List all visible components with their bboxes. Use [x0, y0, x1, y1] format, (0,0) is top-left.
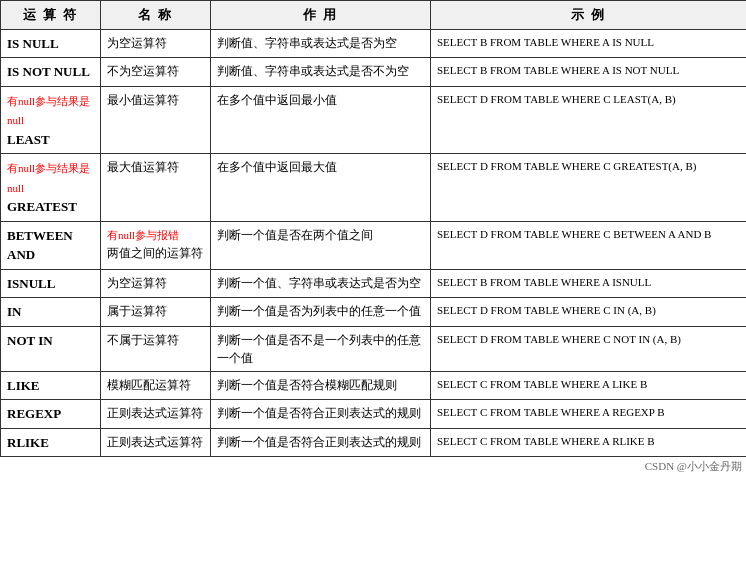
header-name: 名 称 [101, 1, 211, 30]
cell-example: SELECT D FROM TABLE WHERE C NOT IN (A, B… [431, 326, 747, 371]
cell-desc: 判断一个值是否符合模糊匹配规则 [211, 371, 431, 400]
cell-op: 有null参与结果是nullGREATEST [1, 154, 101, 222]
cell-name: 有null参与报错两值之间的运算符 [101, 221, 211, 269]
cell-desc: 判断一个值是否为列表中的任意一个值 [211, 298, 431, 327]
cell-desc: 判断一个值是否符合正则表达式的规则 [211, 400, 431, 429]
cell-op: RLIKE [1, 428, 101, 457]
cell-name: 属于运算符 [101, 298, 211, 327]
cell-desc: 判断一个值、字符串或表达式是否为空 [211, 269, 431, 298]
cell-example: SELECT B FROM TABLE WHERE A IS NOT NULL [431, 58, 747, 87]
operators-table: 运 算 符 名 称 作 用 示 例 IS NULL为空运算符判断值、字符串或表达… [0, 0, 746, 457]
cell-desc: 判断值、字符串或表达式是否为空 [211, 29, 431, 58]
cell-desc: 判断一个值是否在两个值之间 [211, 221, 431, 269]
cell-example: SELECT C FROM TABLE WHERE A REGEXP B [431, 400, 747, 429]
table-row: RLIKE正则表达式运算符判断一个值是否符合正则表达式的规则SELECT C F… [1, 428, 747, 457]
table-row: IN属于运算符判断一个值是否为列表中的任意一个值SELECT D FROM TA… [1, 298, 747, 327]
cell-name: 不为空运算符 [101, 58, 211, 87]
cell-desc: 在多个值中返回最大值 [211, 154, 431, 222]
cell-op: BETWEEN AND [1, 221, 101, 269]
cell-desc: 在多个值中返回最小值 [211, 86, 431, 154]
name-note: 有null参与报错 [107, 229, 179, 241]
cell-desc: 判断值、字符串或表达式是否不为空 [211, 58, 431, 87]
table-row: IS NOT NULL不为空运算符判断值、字符串或表达式是否不为空SELECT … [1, 58, 747, 87]
table-row: 有null参与结果是nullGREATEST最大值运算符在多个值中返回最大值SE… [1, 154, 747, 222]
op-note: 有null参与结果是null [7, 95, 90, 127]
cell-op: LIKE [1, 371, 101, 400]
cell-name: 最大值运算符 [101, 154, 211, 222]
table-row: IS NULL为空运算符判断值、字符串或表达式是否为空SELECT B FROM… [1, 29, 747, 58]
header-example: 示 例 [431, 1, 747, 30]
cell-example: SELECT B FROM TABLE WHERE A IS NULL [431, 29, 747, 58]
cell-desc: 判断一个值是否不是一个列表中的任意一个值 [211, 326, 431, 371]
table-row: LIKE模糊匹配运算符判断一个值是否符合模糊匹配规则SELECT C FROM … [1, 371, 747, 400]
table-row: NOT IN不属于运算符判断一个值是否不是一个列表中的任意一个值SELECT D… [1, 326, 747, 371]
cell-op: 有null参与结果是nullLEAST [1, 86, 101, 154]
header-op: 运 算 符 [1, 1, 101, 30]
cell-example: SELECT B FROM TABLE WHERE A ISNULL [431, 269, 747, 298]
cell-desc: 判断一个值是否符合正则表达式的规则 [211, 428, 431, 457]
cell-name: 正则表达式运算符 [101, 400, 211, 429]
cell-name: 模糊匹配运算符 [101, 371, 211, 400]
cell-op: ISNULL [1, 269, 101, 298]
cell-name: 最小值运算符 [101, 86, 211, 154]
cell-example: SELECT C FROM TABLE WHERE A LIKE B [431, 371, 747, 400]
cell-name: 不属于运算符 [101, 326, 211, 371]
cell-op: NOT IN [1, 326, 101, 371]
cell-example: SELECT D FROM TABLE WHERE C GREATEST(A, … [431, 154, 747, 222]
table-row: BETWEEN AND有null参与报错两值之间的运算符判断一个值是否在两个值之… [1, 221, 747, 269]
cell-op: IS NULL [1, 29, 101, 58]
table-row: 有null参与结果是nullLEAST最小值运算符在多个值中返回最小值SELEC… [1, 86, 747, 154]
cell-op: IN [1, 298, 101, 327]
table-row: ISNULL为空运算符判断一个值、字符串或表达式是否为空SELECT B FRO… [1, 269, 747, 298]
header-desc: 作 用 [211, 1, 431, 30]
op-note: 有null参与结果是null [7, 162, 90, 194]
cell-name: 正则表达式运算符 [101, 428, 211, 457]
table-header-row: 运 算 符 名 称 作 用 示 例 [1, 1, 747, 30]
table-row: REGEXP正则表达式运算符判断一个值是否符合正则表达式的规则SELECT C … [1, 400, 747, 429]
cell-example: SELECT D FROM TABLE WHERE C LEAST(A, B) [431, 86, 747, 154]
cell-example: SELECT C FROM TABLE WHERE A RLIKE B [431, 428, 747, 457]
watermark: CSDN @小小金丹期 [0, 457, 746, 476]
cell-op: REGEXP [1, 400, 101, 429]
cell-name: 为空运算符 [101, 29, 211, 58]
cell-name: 为空运算符 [101, 269, 211, 298]
table-container: 运 算 符 名 称 作 用 示 例 IS NULL为空运算符判断值、字符串或表达… [0, 0, 746, 476]
cell-example: SELECT D FROM TABLE WHERE C BETWEEN A AN… [431, 221, 747, 269]
cell-op: IS NOT NULL [1, 58, 101, 87]
cell-example: SELECT D FROM TABLE WHERE C IN (A, B) [431, 298, 747, 327]
